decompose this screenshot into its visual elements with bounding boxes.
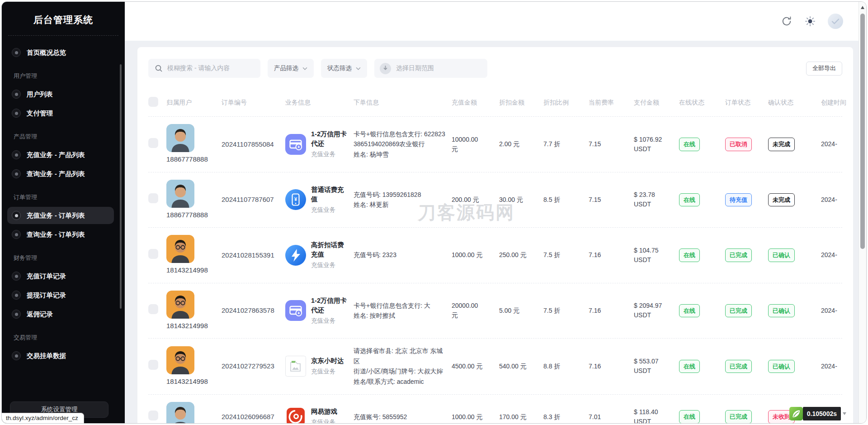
menu-dot-icon [12, 310, 21, 319]
row-checkbox[interactable] [148, 193, 158, 203]
product-name: 1-2万信用卡代还 [311, 296, 348, 315]
scrollbar-up-arrow-icon[interactable] [861, 6, 864, 9]
cell-created-time: 2024- [821, 139, 842, 149]
page-load-time-widget[interactable]: 0.105002s [789, 407, 846, 420]
cell-business-info: ¥ 普通话费充值 充值业务 [285, 185, 354, 215]
sidebar-item[interactable]: 首页概况总览 [7, 44, 114, 61]
user-avatar-photo [166, 346, 194, 374]
select-all-checkbox[interactable] [148, 97, 158, 107]
sidebar-item[interactable]: 支付管理 [7, 105, 114, 122]
row-checkbox[interactable] [148, 249, 158, 259]
product-icon: ¥ [285, 189, 306, 210]
avatar-man-orange [166, 291, 194, 319]
cell-pay-amount: $ 104.75USDT [634, 246, 679, 265]
sidebar-item[interactable]: 用户列表 [7, 86, 114, 103]
menu-dot-icon [12, 351, 21, 360]
search-input[interactable]: 模糊搜索 - 请输入内容 [148, 59, 260, 78]
cell-recharge-amount: 200.00 元 [452, 195, 499, 205]
sidebar-item[interactable]: 充值订单记录 [7, 267, 114, 285]
menu-dot-icon [12, 230, 21, 239]
product-icon [285, 134, 306, 155]
sidebar-item[interactable]: 提现订单记录 [7, 287, 114, 304]
sidebar-item-label: 返佣记录 [27, 310, 53, 319]
cell-business-info: 京东小时达 充值业务 [285, 356, 354, 377]
row-checkbox[interactable] [148, 138, 158, 148]
search-placeholder: 模糊搜索 - 请输入内容 [167, 64, 230, 72]
sidebar-item[interactable]: 交易挂单数据 [7, 347, 114, 364]
cell-discount-ratio: 8.5 折 [543, 195, 589, 205]
sidebar-item[interactable]: 返佣记录 [7, 306, 114, 323]
row-checkbox[interactable] [148, 411, 158, 420]
theme-toggle-sun-icon[interactable] [804, 15, 816, 27]
sidebar-item[interactable]: 查询业务 - 产品列表 [7, 165, 114, 182]
menu-dot-icon [12, 291, 21, 300]
refresh-icon[interactable] [781, 15, 793, 27]
chevron-down-icon [356, 67, 361, 70]
cell-discount-amount: 30.00 元 [499, 195, 543, 205]
table-header-row: 归属用户订单编号业务信息下单信息充值金额折扣金额折扣比例当前费率支付金额在线状态… [148, 97, 842, 116]
sidebar-item[interactable]: 充值业务 - 订单列表 [7, 207, 114, 224]
sidebar-item[interactable]: 充值业务 - 产品列表 [7, 146, 114, 163]
product-name: 普通话费充值 [311, 185, 348, 204]
cell-order-detail: 充值账号: 5855952 [354, 412, 452, 422]
date-icon [380, 63, 391, 74]
cell-business-info: 网易游戏 充值业务 [285, 406, 354, 424]
menu-dot-icon [12, 272, 21, 281]
page-scrollbar[interactable] [859, 2, 866, 423]
cell-recharge-amount: 1000.00 元 [452, 250, 499, 260]
confirm-status-badge: 未完成 [768, 193, 795, 207]
column-header: 业务信息 [285, 99, 354, 107]
cell-user: 18143214998 [166, 291, 222, 331]
product-icon [285, 300, 306, 321]
column-header: 在线状态 [679, 99, 725, 107]
user-avatar[interactable] [828, 14, 843, 29]
user-phone: 18143214998 [166, 377, 216, 387]
load-time-badge: 0.105002s [803, 407, 841, 420]
column-header: 订单编号 [222, 99, 285, 107]
cell-pay-amount: $ 23.78USDT [634, 190, 679, 209]
date-range-picker[interactable]: 选择日期范围 [374, 59, 487, 78]
sidebar-menu: 首页概况总览用户管理用户列表支付管理产品管理充值业务 - 产品列表查询业务 - … [2, 36, 125, 364]
screenshot-root: 后台管理系统 首页概况总览用户管理用户列表支付管理产品管理充值业务 - 产品列表… [0, 0, 868, 425]
cell-discount-amount: 5.00 元 [499, 306, 543, 315]
cell-order-detail: 卡号+银行信息包含支行: 6228233865194020869农业银行姓名: … [354, 129, 452, 160]
lightning-icon [285, 245, 306, 266]
cell-recharge-amount: 4500.00 元 [452, 362, 499, 371]
cell-discount-ratio: 7.5 折 [543, 306, 589, 315]
cell-discount-ratio: 7.7 折 [543, 139, 589, 149]
row-checkbox[interactable] [148, 304, 158, 314]
toolbar: 模糊搜索 - 请输入内容 产品筛选 状态筛选 [148, 59, 842, 78]
product-name: 高折扣话费充值 [311, 240, 348, 259]
main-area: 模糊搜索 - 请输入内容 产品筛选 状态筛选 [125, 2, 859, 423]
cell-user: 18143214998 [166, 235, 222, 276]
row-checkbox[interactable] [148, 360, 158, 370]
cell-order-detail: 充值号码: 2323 [354, 250, 452, 260]
scrollbar-thumb[interactable] [860, 14, 865, 249]
load-widget-caret-icon[interactable] [843, 412, 846, 415]
cell-order-detail: 卡号+银行信息包含支行: 大姓名: 按时擦拭 [354, 301, 452, 321]
product-filter-dropdown[interactable]: 产品筛选 [268, 59, 314, 78]
cell-created-time: 2024- [821, 362, 842, 371]
menu-dot-icon [12, 109, 21, 118]
product-name: 京东小时达 [311, 356, 344, 366]
order-list-card: 模糊搜索 - 请输入内容 产品筛选 状态筛选 [137, 47, 853, 424]
cell-created-time: 2024- [821, 195, 842, 205]
cell-order-detail: 请选择省市县: 北京 北京市 东城区街道/小区/商场门牌号: 大叔大婶姓名/联系… [354, 346, 452, 387]
cell-order-number: 20241027279523 [222, 361, 285, 372]
check-icon [831, 18, 840, 24]
cell-pay-amount: $ 118.40USDT [634, 407, 679, 424]
sidebar-item[interactable]: 查询业务 - 订单列表 [7, 226, 114, 243]
cell-created-time: 2024- [821, 306, 842, 315]
order-status-badge: 已取消 [725, 138, 752, 151]
status-filter-dropdown[interactable]: 状态筛选 [321, 59, 367, 78]
sidebar-scrollbar-thumb[interactable] [120, 64, 122, 309]
business-type: 充值业务 [311, 418, 337, 424]
order-status-badge: 已完成 [725, 248, 752, 262]
export-all-button[interactable]: 全部导出 [806, 62, 842, 76]
sidebar-section-header: 订单管理 [14, 193, 113, 201]
confirm-status-badge: 已确认 [768, 248, 795, 262]
cell-pay-amount: $ 2094.97USDT [634, 301, 679, 320]
cell-business-info: 1-2万信用卡代还 充值业务 [285, 296, 354, 325]
cell-order-number: 20241026096687 [222, 412, 285, 422]
user-phone: 18143214998 [166, 265, 216, 276]
